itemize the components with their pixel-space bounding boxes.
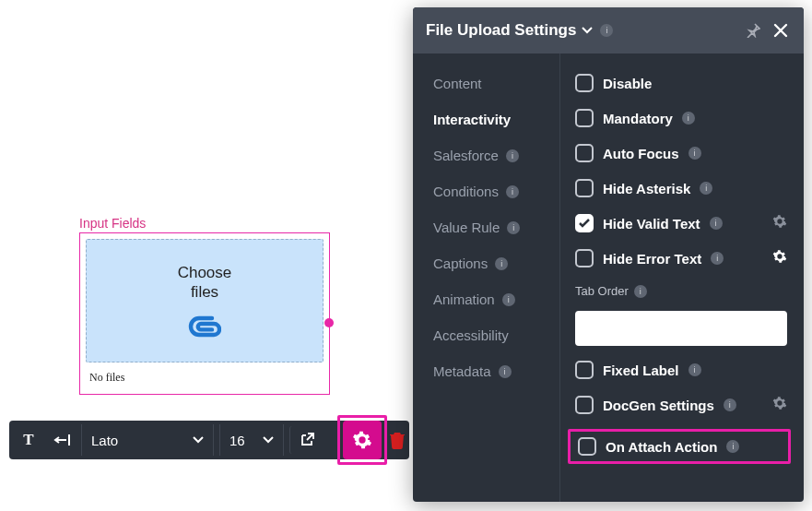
checkbox[interactable]: [575, 74, 594, 92]
popout-button[interactable]: [289, 426, 323, 454]
info-icon: i: [495, 257, 508, 270]
panel-title-text: File Upload Settings: [426, 21, 576, 40]
gear-icon[interactable]: [772, 396, 787, 414]
checkbox[interactable]: [575, 144, 594, 162]
info-icon: i: [506, 185, 519, 198]
nav-salesforce[interactable]: Salesforcei: [433, 148, 559, 163]
option-disable[interactable]: Disable: [575, 72, 787, 94]
file-upload-status: No files: [89, 371, 124, 385]
option-on-attach-action[interactable]: On Attach Action i: [568, 429, 791, 464]
font-family-select[interactable]: Lato: [81, 424, 214, 456]
paperclip-icon: [188, 315, 221, 339]
panel-nav: Content Interactivity Salesforcei Condit…: [413, 53, 560, 502]
file-drop-zone[interactable]: Choose files: [86, 239, 324, 362]
resize-handle[interactable]: [324, 318, 334, 327]
settings-button[interactable]: [343, 421, 382, 459]
option-hide-error-text[interactable]: Hide Error Text i: [575, 247, 787, 269]
info-icon: i: [499, 365, 512, 378]
nav-content[interactable]: Content: [433, 76, 559, 91]
info-icon: i: [506, 149, 519, 162]
pin-icon[interactable]: [743, 23, 763, 38]
checkbox[interactable]: [575, 361, 594, 379]
file-upload-prompt-line1: Choose: [178, 263, 232, 282]
info-icon[interactable]: i: [700, 182, 712, 195]
info-icon[interactable]: i: [688, 147, 701, 160]
checkbox[interactable]: [575, 249, 594, 267]
option-docgen-settings[interactable]: DocGen Settings i: [575, 394, 787, 416]
info-icon[interactable]: i: [710, 217, 723, 230]
option-hide-valid-text[interactable]: Hide Valid Text i: [575, 212, 787, 234]
option-label: Hide Error Text: [603, 251, 701, 267]
info-icon[interactable]: i: [726, 440, 739, 453]
nav-captions[interactable]: Captionsi: [433, 256, 559, 271]
settings-panel: File Upload Settings i Content Interacti…: [413, 7, 804, 502]
align-left-button[interactable]: [48, 426, 76, 454]
checkbox[interactable]: [575, 396, 594, 414]
nav-accessibility[interactable]: Accessibility: [433, 327, 559, 343]
file-upload-widget[interactable]: Choose files No files: [79, 232, 330, 395]
panel-title[interactable]: File Upload Settings: [426, 21, 593, 40]
option-label: Mandatory: [603, 111, 673, 126]
panel-header: File Upload Settings i: [413, 7, 804, 53]
delete-button[interactable]: [383, 421, 411, 459]
checkbox[interactable]: [575, 179, 594, 197]
info-icon[interactable]: i: [600, 24, 613, 37]
option-hide-asterisk[interactable]: Hide Asterisk i: [575, 177, 787, 199]
info-icon: i: [507, 221, 520, 234]
tab-order-input[interactable]: [575, 311, 787, 346]
info-icon[interactable]: i: [688, 363, 701, 376]
info-icon: i: [502, 293, 515, 306]
font-size-select[interactable]: 16: [219, 424, 284, 456]
chevron-down-icon: [582, 27, 593, 34]
checkbox[interactable]: [578, 437, 596, 456]
option-label: Hide Asterisk: [603, 181, 690, 196]
chevron-down-icon: [263, 436, 274, 444]
panel-content: Disable Mandatory i Auto Focus i Hide As…: [560, 53, 804, 502]
tab-order-label: Tab Order i: [575, 284, 787, 298]
nav-metadata[interactable]: Metadatai: [433, 363, 559, 379]
option-mandatory[interactable]: Mandatory i: [575, 107, 787, 129]
canvas-group-label: Input Fields: [79, 216, 146, 231]
option-label: Fixed Label: [603, 362, 679, 378]
checkbox[interactable]: [575, 109, 594, 127]
info-icon[interactable]: i: [711, 252, 724, 265]
info-icon[interactable]: i: [724, 398, 736, 411]
nav-conditions[interactable]: Conditionsi: [433, 184, 559, 199]
text-tool-button[interactable]: T: [15, 426, 42, 454]
info-icon[interactable]: i: [682, 112, 695, 125]
option-label: Disable: [603, 76, 652, 91]
gear-icon[interactable]: [772, 249, 787, 267]
option-auto-focus[interactable]: Auto Focus i: [575, 142, 787, 164]
nav-value-rule[interactable]: Value Rulei: [433, 220, 559, 235]
gear-icon[interactable]: [772, 214, 787, 232]
nav-animation[interactable]: Animationi: [433, 291, 559, 307]
font-family-value: Lato: [91, 433, 118, 448]
font-size-value: 16: [229, 433, 245, 448]
info-icon[interactable]: i: [634, 285, 647, 298]
file-upload-prompt: Choose files: [178, 263, 232, 303]
option-label: DocGen Settings: [603, 398, 714, 413]
option-label: On Attach Action: [606, 439, 717, 455]
option-label: Hide Valid Text: [603, 216, 700, 232]
option-fixed-label[interactable]: Fixed Label i: [575, 359, 787, 381]
close-button[interactable]: [771, 23, 791, 38]
checkbox-checked[interactable]: [575, 214, 594, 232]
nav-interactivity[interactable]: Interactivity: [433, 112, 559, 127]
file-upload-prompt-line2: files: [178, 282, 232, 302]
option-label: Auto Focus: [603, 146, 679, 161]
chevron-down-icon: [193, 436, 204, 444]
